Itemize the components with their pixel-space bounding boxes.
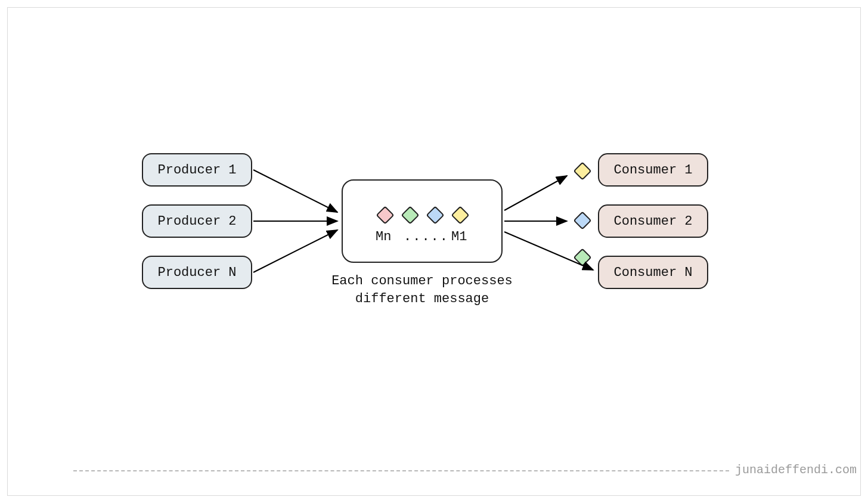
message-diamond-green-icon: [401, 206, 419, 224]
consumer-msg-icon: [573, 162, 591, 180]
producer-label: Producer 2: [157, 214, 236, 229]
producer-label: Producer N: [157, 265, 236, 280]
producer-label: Producer 1: [157, 163, 236, 178]
producer-box-1: Producer 1: [142, 153, 252, 187]
svg-line-0: [253, 170, 337, 212]
consumer-label: Consumer 1: [613, 163, 692, 178]
message-diamond-yellow-icon: [451, 206, 469, 224]
svg-line-3: [504, 176, 567, 210]
consumer-label: Consumer 2: [613, 214, 692, 229]
message-diamond-pink-icon: [376, 206, 394, 224]
queue-label-left: Mn: [376, 229, 391, 244]
consumer-box-2: Consumer 2: [598, 204, 708, 238]
caption-line1: Each consumer processes: [331, 274, 513, 288]
consumer-label: Consumer N: [613, 265, 692, 280]
consumer-msg-icon: [573, 248, 591, 266]
message-diamond-blue-icon: [426, 206, 444, 224]
caption-line2: different message: [355, 291, 489, 306]
footer-divider: [73, 470, 729, 471]
svg-line-2: [253, 230, 337, 272]
queue-label-mid: .....: [404, 229, 449, 244]
consumer-box-n: Consumer N: [598, 256, 708, 289]
queue-label-right: M1: [451, 229, 467, 244]
footer-attribution: junaideffendi.com: [735, 463, 857, 477]
caption: Each consumer processes different messag…: [330, 272, 514, 308]
consumer-msg-icon: [573, 211, 591, 229]
diagram-frame: Producer 1 Producer 2 Producer N Mn ....…: [7, 7, 861, 496]
producer-box-2: Producer 2: [142, 204, 252, 238]
queue-box: Mn ..... M1: [342, 179, 503, 263]
diagram-canvas: Producer 1 Producer 2 Producer N Mn ....…: [8, 8, 861, 496]
consumer-box-1: Consumer 1: [598, 153, 708, 187]
producer-box-n: Producer N: [142, 256, 252, 289]
